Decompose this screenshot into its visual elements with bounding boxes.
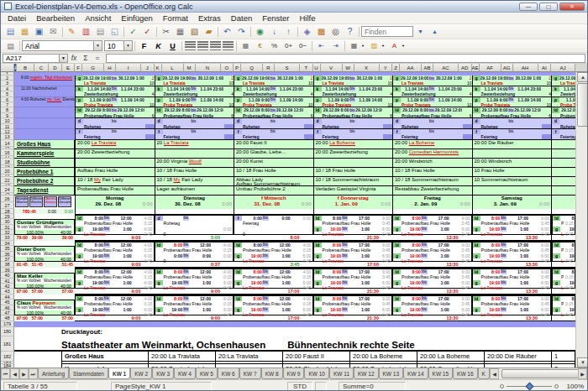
zoom-in-icon[interactable] bbox=[554, 384, 559, 388]
row-header-26[interactable]: 26 bbox=[1, 196, 14, 202]
column-header-I[interactable]: I bbox=[116, 64, 141, 72]
row-header-18[interactable]: 18 bbox=[1, 159, 14, 165]
venue-cell-day4[interactable]: 20:00 La Boheme bbox=[313, 140, 393, 149]
legend-block-cut[interactable]: p1.1.09 9:00bis1.1.09 14:00Probe Traviat… bbox=[551, 97, 575, 108]
sheet-tab-kw13[interactable]: KW 13 bbox=[379, 368, 404, 379]
employee-day-cell[interactable]: ld8:00bis17:009:00Probenaufbau Frau Holl… bbox=[313, 295, 393, 321]
next-sheet-icon[interactable]: ▶ bbox=[19, 368, 29, 379]
legend-block-day4[interactable]: k1.1.04 14:00bis1.1.04 23:00Zweierbezieh… bbox=[313, 86, 393, 97]
column-header-B[interactable]: B bbox=[17, 64, 34, 72]
employee-day-cell[interactable]: ld8:00bis12:004:00Probenaufbau Frau Holl… bbox=[155, 241, 234, 268]
row-header-33[interactable]: 33 bbox=[1, 235, 14, 240]
chevron-down-icon[interactable]: ▼ bbox=[402, 41, 407, 50]
merge-cells-icon[interactable]: ▦ bbox=[239, 40, 253, 51]
venue-cell-day4[interactable]: 20:00 Zweierbeziehung bbox=[313, 149, 393, 158]
column-header-S[interactable]: S bbox=[275, 64, 300, 72]
venue-cell-day5[interactable]: 20:00 La Boheme bbox=[392, 140, 472, 149]
sheet-tab-kw12[interactable]: KW 12 bbox=[354, 368, 379, 379]
legend-block-day3[interactable]: k1.1.04 14:00bis1.1.04 23:00Zweierbezieh… bbox=[234, 86, 313, 97]
column-header-AF[interactable]: AF bbox=[480, 64, 501, 72]
help-icon[interactable]: ? bbox=[343, 25, 357, 38]
redo-icon[interactable]: ↷ bbox=[234, 25, 249, 38]
align-right-button[interactable] bbox=[210, 41, 221, 50]
menu-datei[interactable]: Datei bbox=[3, 13, 31, 24]
legend-block-day1[interactable]: dbisRuhetag bbox=[75, 118, 155, 129]
cut-icon[interactable]: ✂ bbox=[159, 25, 173, 38]
sheet-tab-kw14[interactable]: KW 14 bbox=[403, 368, 428, 379]
menu-extras[interactable]: Extras bbox=[193, 13, 226, 24]
copy-icon[interactable]: ▦ bbox=[173, 25, 187, 38]
scroll-left-icon[interactable]: ◀ bbox=[490, 368, 499, 379]
venue-cell-day5[interactable]: 10 / 18 Frau Holle bbox=[392, 168, 472, 176]
navigator-icon[interactable]: ◈ bbox=[300, 25, 314, 38]
horizontal-scroll-thumb[interactable] bbox=[501, 369, 587, 378]
venue-cell-cut[interactable] bbox=[551, 186, 575, 195]
legend-block-day1[interactable]: ld29.12.09 8:00bis29.12.09 12:00Probenau… bbox=[75, 107, 155, 118]
venue-cell-cut[interactable] bbox=[551, 177, 575, 185]
styles-window-icon[interactable]: ▤ bbox=[3, 40, 18, 51]
function-wizard-icon[interactable]: fx bbox=[68, 54, 80, 62]
employee-day-cell[interactable]: ld8:00bis12:004:00Probenaufbau Frau Holl… bbox=[75, 241, 155, 268]
column-header-M[interactable]: M bbox=[184, 64, 196, 72]
column-header-E[interactable]: E bbox=[62, 64, 75, 72]
legend-note-cell[interactable]: 11:00 Nachtruhezeit bbox=[14, 86, 75, 97]
employee-day-cell[interactable]: ld8:00bis12:004:00Probenaufbau Frau Holl… bbox=[75, 214, 155, 241]
sort-ascending-icon[interactable]: ↓ bbox=[267, 25, 281, 38]
row-header-38[interactable]: 38 bbox=[1, 262, 14, 267]
legend-block-day1[interactable]: p1.1.09 9:00bis1.1.09 14:00Probe Traviat… bbox=[75, 97, 155, 108]
legend-block-day4[interactable]: g29.12.09 19:00bis30.12.09 1:002La Travi… bbox=[313, 76, 393, 86]
sheet-tab-kw4[interactable]: KW 4 bbox=[174, 368, 196, 379]
venue-cell-day6[interactable] bbox=[472, 149, 552, 158]
selection-mode[interactable] bbox=[315, 382, 327, 391]
column-header-J[interactable]: J bbox=[141, 64, 155, 72]
column-header-AA[interactable]: AA bbox=[400, 64, 422, 72]
column-header-U[interactable]: U bbox=[313, 64, 321, 72]
legend-block-day3[interactable]: ld29.12.09 8:00bis29.12.09 12:00Probenau… bbox=[234, 107, 313, 118]
bold-button[interactable]: F bbox=[137, 40, 151, 51]
employee-day-cell-cut[interactable]: ld8:00bis12:004:00Probenaufbau Frau Holl… bbox=[551, 268, 575, 295]
venue-cell-day2[interactable]: 20 La Traviata bbox=[155, 140, 234, 149]
borders-icon[interactable]: ▦ bbox=[347, 40, 361, 51]
column-header-AE[interactable]: AE bbox=[472, 64, 480, 72]
chevron-down-icon[interactable]: ▼ bbox=[59, 55, 67, 62]
legend-block-day6[interactable]: g29.12.09 19:00bis30.12.09 1:002La Travi… bbox=[472, 76, 552, 86]
legend-note-cell[interactable]: 4:00 Ruhezeit zw. Get. Diensten bbox=[14, 97, 75, 108]
align-justify-button[interactable] bbox=[223, 41, 234, 50]
employee-day-cell[interactable]: ld8:00bis17:009:00Probenaufbau Frau Holl… bbox=[392, 268, 472, 295]
legend-block-day5[interactable]: g29.12.09 19:00bis30.12.09 1:002La Travi… bbox=[392, 76, 472, 86]
venue-cell-day2[interactable]: 10 / 18 My Fair Lady bbox=[155, 177, 234, 185]
legend-block-day4[interactable]: dbisRuhetag bbox=[313, 118, 393, 129]
row-header-43[interactable]: 43 bbox=[1, 289, 14, 294]
day-header-dienstag[interactable]: Dienstag30. Dez. 080:00 bbox=[155, 196, 234, 209]
clone-formatting-icon[interactable]: ▰ bbox=[202, 25, 216, 38]
legend-block-cut[interactable]: g29.12.09 19:00bis30.12.09 1:002La Travi… bbox=[551, 76, 575, 86]
column-header-Z[interactable]: Z bbox=[392, 64, 400, 72]
find-previous-icon[interactable]: ▲ bbox=[428, 25, 442, 38]
sheet-tab-kw6[interactable]: KW 6 bbox=[218, 368, 239, 379]
equals-icon[interactable]: = bbox=[92, 54, 103, 62]
employee-day-cell[interactable]: ld8:00bis12:004:00Probenaufbau Frau Holl… bbox=[234, 268, 313, 295]
day-header-cut[interactable] bbox=[551, 196, 575, 209]
employee-day-cell-cut[interactable]: ld8:00bis12:004:00Probenaufbau Frau Holl… bbox=[551, 214, 575, 241]
underline-button[interactable]: U bbox=[165, 40, 180, 51]
column-header-Y[interactable]: Y bbox=[380, 64, 393, 72]
column-header-AH[interactable]: AH bbox=[513, 64, 538, 72]
column-header-C[interactable]: C bbox=[34, 64, 49, 72]
legend-block-day3[interactable]: p1.1.09 9:00bis1.1.09 14:00Probe Traviat… bbox=[234, 97, 313, 108]
title-bar[interactable]: Excel-Dienstplan-V4-Demo.xls - OpenOffic… bbox=[1, 1, 587, 13]
venue-cell-day3[interactable]: 20:00 Glaube, Liebe... bbox=[234, 149, 313, 158]
sheet-tab-stammdaten[interactable]: Stammdaten bbox=[69, 368, 108, 379]
sort-descending-icon[interactable]: ↑ bbox=[281, 25, 296, 38]
legend-block-day2[interactable]: p1.1.09 9:00bis1.1.09 14:00Probe Traviat… bbox=[155, 97, 234, 108]
chevron-down-icon[interactable]: ▼ bbox=[93, 41, 102, 50]
employee-day-cell[interactable]: ld8:00bis12:004:00Probenaufbau Frau Holl… bbox=[234, 295, 313, 321]
percent-format-icon[interactable]: % bbox=[267, 40, 281, 51]
day-header-freitag[interactable]: Freitag2. Jan. 090:00 bbox=[392, 196, 472, 209]
legend-block-day1[interactable]: fbisFeiertag bbox=[75, 129, 155, 140]
decrease-indent-icon[interactable]: ⇤ bbox=[314, 40, 328, 51]
employee-day-cell[interactable]: ld8:00bis17:009:00Probenaufbau Frau Holl… bbox=[392, 241, 472, 268]
venue-cell-day3[interactable]: 20:00 Kunst bbox=[234, 159, 313, 167]
select-all-corner[interactable] bbox=[575, 64, 588, 72]
venue-cell-day6[interactable]: 10 Sommernachtstraum bbox=[472, 177, 552, 185]
previous-sheet-icon[interactable]: ◀ bbox=[10, 368, 19, 379]
